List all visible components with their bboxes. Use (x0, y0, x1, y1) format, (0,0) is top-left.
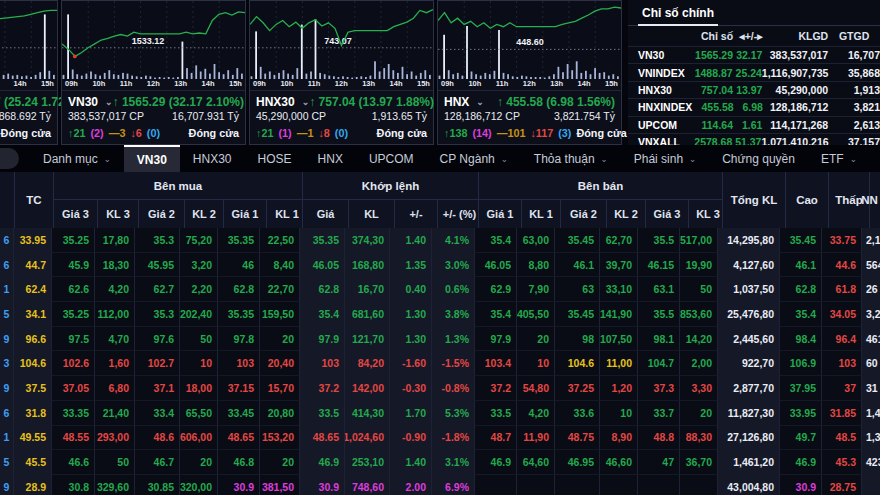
tab-chứng-quyền[interactable]: Chứng quyền (709, 145, 808, 172)
match-change-pct-cell: 1.3% (432, 327, 475, 352)
indices-row[interactable]: VN301565.2932.17383,537,01716,707 (628, 46, 880, 63)
indices-header-4: GTGD (828, 30, 880, 42)
symbol-floor-fragment: 9 (0, 475, 14, 495)
time-axis-label: 10h (468, 79, 481, 90)
indices-row[interactable]: VNINDEX1488.8725.241,116,907,73535,868 (628, 63, 880, 80)
traded-value: 16,707.931 Tỷ (172, 110, 239, 125)
match-change-cell: -0.90 (390, 426, 432, 451)
header-sub-kl: KL (349, 200, 395, 228)
sell-price-2-cell: 35.45 (555, 228, 600, 253)
high-price-cell: 46.9 (780, 450, 822, 475)
match-price-cell: 37.2 (300, 376, 345, 401)
table-row[interactable]: 633.9535.2517,8035.375,2035.3522,5035.35… (0, 228, 880, 253)
sell-price-3-cell: 98.1 (638, 327, 680, 352)
index-chart-panels-row: 09h10h11h12h13h14h15hVNINDEX⌄↑ 1488.87 (… (0, 0, 628, 145)
tab-hnx30[interactable]: HNX30 (180, 145, 245, 172)
buy-vol-1-cell: 20 (260, 327, 300, 352)
indices-row[interactable]: HNXINDEX455.586.98128,186,7123,821 (628, 98, 880, 115)
buy-price-2-cell: 37.1 (135, 376, 180, 401)
buy-price-3-cell: 30.8 (52, 475, 95, 495)
low-price-cell: 34.05 (822, 302, 862, 327)
indices-row[interactable]: HNX30757.0413.9745,290,0001,913 (628, 81, 880, 98)
indices-row[interactable]: VNXALL2578.6851.371,071,410,21637,157 (628, 133, 880, 145)
index-name[interactable]: VN30 (68, 95, 98, 109)
chevron-down-icon[interactable]: ⌄ (302, 97, 310, 107)
sell-price-2-cell: 46.95 (555, 450, 600, 475)
table-row[interactable]: 545.546.65046.72046.82046.9253,101.403.1… (0, 450, 880, 475)
index-name[interactable]: HNX (444, 95, 469, 109)
main-indices-table: Chỉ số◂+/-▸KLGDGTGDVN301565.2932.17383,5… (628, 26, 880, 145)
chevron-down-icon[interactable]: ⌄ (476, 97, 484, 107)
chevron-down-icon[interactable]: ⌄ (105, 97, 113, 107)
header-sub-gi-1: Giá 1 (479, 200, 522, 228)
table-row[interactable]: 162.462.64,2062.72,2062.822,7062.816,700… (0, 277, 880, 302)
buy-price-3-cell: 102.6 (52, 351, 95, 376)
table-row[interactable]: 928.930.8329,6030.85320,0030.9381,5030.9… (0, 475, 880, 495)
indices-row[interactable]: UPCOM114.641.61114,171,2682,613 (628, 116, 880, 133)
index-name[interactable]: HNX30 (256, 95, 295, 109)
tab-label: VN30 (137, 153, 167, 167)
tab-thỏa-thuận[interactable]: Thỏa thuận⌄ (521, 145, 621, 172)
sell-vol-1-cell: 11,90 (517, 426, 555, 451)
index-value: 757.04 (692, 84, 733, 96)
match-change-cell: 1.30 (390, 302, 432, 327)
high-price-cell: 33.95 (780, 401, 822, 426)
match-vol-cell: 168,80 (345, 253, 390, 278)
sell-price-3-cell: 46.15 (638, 253, 680, 278)
match-price-cell: 62.8 (300, 277, 345, 302)
tab-upcom[interactable]: UPCOM (356, 145, 427, 172)
total-volume-cell: 922,70 (718, 351, 780, 376)
match-vol-cell: 1,024,60 (345, 426, 390, 451)
sell-vol-3-cell: 853,60 (680, 302, 718, 327)
index-klgd: 128,186,712 (763, 101, 828, 113)
main-indices-title[interactable]: Chỉ số chính (638, 6, 718, 26)
index-panel-hnx: 448.6009h10h11h12h13h14h15hHNX⌄↑ 455.58 … (437, 0, 622, 145)
table-row[interactable]: 996.697.54,7097.65097.82097.9121,701.301… (0, 327, 880, 352)
symbol-floor-fragment: 1 (0, 426, 14, 451)
tab-hnx[interactable]: HNX (305, 145, 356, 172)
total-volume-cell: 2,445,60 (718, 327, 780, 352)
match-change-cell: 1.40 (390, 228, 432, 253)
tab-etf[interactable]: ETF⌄ (808, 145, 870, 172)
panel-info: HNX30⌄↑ 757.04 (13.97 1.88%)45,290,000 C… (250, 91, 433, 141)
traded-volume: 128,186,712 CP (444, 110, 520, 125)
match-price-cell: 48.65 (300, 426, 345, 451)
buy-vol-2-cell: 75,20 (180, 228, 218, 253)
header-sub--: +/- (395, 200, 438, 228)
buy-price-3-cell: 45.9 (52, 253, 95, 278)
tab-cp-ngành[interactable]: CP Ngành⌄ (427, 145, 521, 172)
tab-hose[interactable]: HOSE (245, 145, 305, 172)
tab-vn30[interactable]: VN30 (124, 145, 180, 172)
index-panel-hnx30: 743.0709h10h11h12h13h14h15hHNX30⌄↑ 757.0… (249, 0, 434, 145)
header-tc: TC (15, 172, 54, 228)
table-row[interactable]: 3104.6102.61,60102.71010320,4010384,20-1… (0, 351, 880, 376)
table-row[interactable]: 534.135.25112,0035.3202,4035.35159,5035.… (0, 302, 880, 327)
table-row[interactable]: 149.5548.55293,0048.6606,0048.65153,2048… (0, 426, 880, 451)
match-change-pct-cell: 0.6% (432, 277, 475, 302)
table-row[interactable]: 937.537.056,8037.118,0037.1515,7037.2142… (0, 376, 880, 401)
tab-label: Danh mục (43, 152, 98, 166)
foreign-buy-cell: 564 (862, 253, 880, 278)
tab-danh-mục[interactable]: Danh mục⌄ (30, 145, 124, 172)
symbol-floor-fragment: 3 (0, 351, 14, 376)
buy-vol-1-cell: 153,20 (260, 426, 300, 451)
tab-label: CP Ngành (440, 152, 495, 166)
sell-price-3-cell (638, 475, 680, 495)
table-row[interactable]: 631.833.3521,4033.465,5033.4520,8033.541… (0, 401, 880, 426)
time-axis-label: 13h (550, 79, 563, 90)
low-price-cell: 45.3 (822, 450, 862, 475)
traded-volume: 383,537,017 CP (68, 110, 144, 125)
session-status: Đóng cửa (1, 127, 51, 139)
index-name: VNXALL (628, 136, 691, 145)
tab-bond[interactable]: Bond (870, 145, 880, 172)
panel-volume-line: 128,186,712 CP3,821.754 Tỷ (444, 110, 615, 125)
buy-vol-1-cell: 20,80 (260, 401, 300, 426)
sell-price-3-cell: 63.1 (638, 277, 680, 302)
sell-vol-1-cell: 10 (517, 351, 555, 376)
sell-vol-3-cell: 20 (680, 401, 718, 426)
low-price-cell: 61.8 (822, 277, 862, 302)
buy-vol-3-cell: 18,30 (95, 253, 135, 278)
table-row[interactable]: 644.745.918,3045.953,20468,4046.05168,80… (0, 253, 880, 278)
sell-price-1-cell (475, 475, 517, 495)
tab-phái-sinh[interactable]: Phái sinh⌄ (621, 145, 710, 172)
